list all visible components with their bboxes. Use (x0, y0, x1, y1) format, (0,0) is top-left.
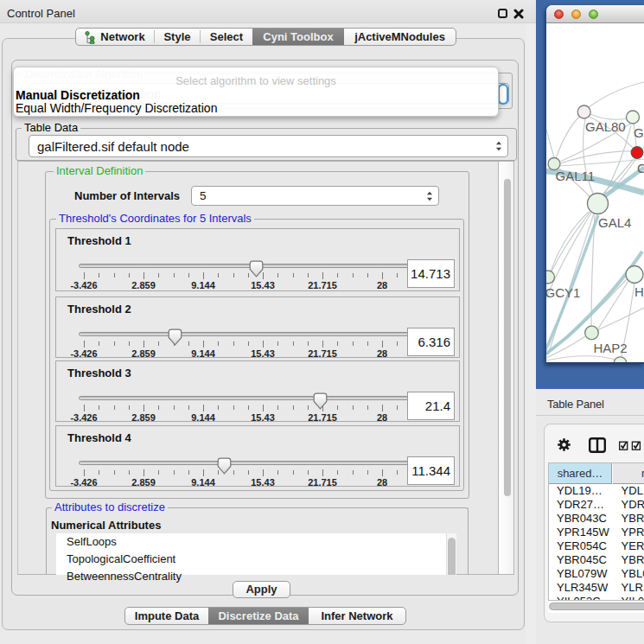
svg-text:GA: GA (634, 125, 644, 140)
svg-text:HAP2: HAP2 (594, 341, 628, 355)
svg-text:C: C (637, 161, 644, 175)
svg-text:H: H (634, 284, 644, 299)
svg-text:GAL80: GAL80 (585, 119, 626, 134)
svg-text:GAL4: GAL4 (598, 215, 631, 230)
svg-text:GAL11: GAL11 (556, 169, 596, 183)
svg-text:GCY1: GCY1 (546, 285, 580, 300)
